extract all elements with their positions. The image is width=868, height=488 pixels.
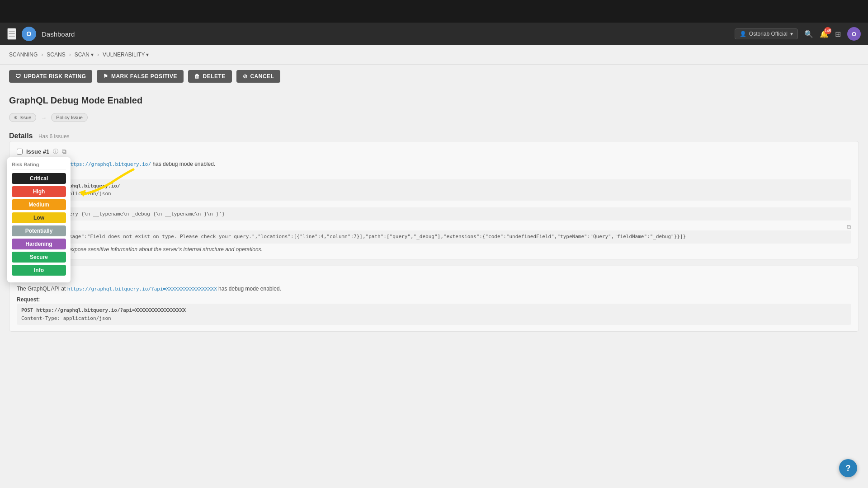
user-name: Ostorlab Official <box>749 31 788 37</box>
issue-1-note: This could potentially expose sensitive … <box>17 246 851 253</box>
issue-2-url: https://graphql.bitquery.io/?api=XXXXXXX… <box>67 286 217 292</box>
breadcrumb: SCANNING › SCANS › SCAN ▾ › VULNERABILIT… <box>0 45 868 65</box>
hamburger-button[interactable]: ☰ <box>7 28 16 40</box>
dropdown-title: Risk Rating <box>12 162 66 169</box>
cancel-icon: ⊘ <box>243 73 248 80</box>
page-title: GraphQL Debug Mode Enabled <box>9 95 859 106</box>
issue-1-request-code: POST https://graphql.bitquery.io/ Conten… <box>17 179 851 201</box>
issue-2-description: The GraphQL API at https://graphql.bitqu… <box>17 285 851 293</box>
issue-2-request-code: POST https://graphql.bitquery.io/?api=XX… <box>17 304 851 325</box>
tag-issue-label: Issue <box>19 115 31 120</box>
shield-icon: 🛡 <box>15 73 21 80</box>
vuln-chevron-icon: ▾ <box>146 52 149 58</box>
issue-2-title-row: Issue #2 ⓘ <box>17 272 851 280</box>
breadcrumb-sep-1: › <box>41 52 43 58</box>
issue-1-help-icon[interactable]: ⓘ <box>53 148 58 155</box>
notifications-button[interactable]: 🔔 145 <box>820 30 829 38</box>
issue-2-block: Issue #2 ⓘ The GraphQL API at https://gr… <box>9 266 859 332</box>
app-title: Dashboard <box>42 30 75 38</box>
chevron-down-icon: ▾ <box>790 31 793 37</box>
issue-2-request-label: Request: <box>17 296 851 303</box>
issue-1-number: Issue #1 <box>26 148 49 155</box>
details-header: Details Has 6 issues <box>9 132 859 140</box>
nav-bar: ☰ O Dashboard 👤 Ostorlab Official ▾ 🔍 🔔 … <box>0 23 868 45</box>
logo: O <box>22 27 36 41</box>
update-risk-rating-button[interactable]: 🛡 UPDATE RISK RATING <box>9 70 92 83</box>
cancel-button[interactable]: ⊘ CANCEL <box>236 70 281 83</box>
tag-issue-icon: ⊗ <box>14 115 18 120</box>
details-section: Details Has 6 issues Issue #1 ⓘ ⧉ The Gr… <box>0 127 868 343</box>
issue-1-description: The GraphQL API at https://graphql.bitqu… <box>17 160 851 169</box>
action-toolbar: 🛡 UPDATE RISK RATING ⚑ MARK FALSE POSITI… <box>0 65 868 88</box>
breadcrumb-scanning[interactable]: SCANNING <box>9 52 38 58</box>
top-bar <box>0 0 868 23</box>
breadcrumb-vulnerability-dropdown[interactable]: VULNERABILITY ▾ <box>103 52 149 58</box>
issue-1-response-text: {"errors":[{"message":"Field does not ex… <box>17 230 851 244</box>
tags-row: ⊗ Issue → Policy Issue <box>0 109 868 127</box>
breadcrumb-scan-dropdown[interactable]: SCAN ▾ <box>75 52 94 58</box>
notification-badge: 145 <box>824 27 831 34</box>
issue-1-query-code: {'query': '\n query {\n __typename\n _de… <box>17 207 851 221</box>
rating-secure-option[interactable]: Secure <box>12 252 66 263</box>
breadcrumb-sep-2: › <box>69 52 71 58</box>
grid-button[interactable]: ⊞ <box>835 30 841 38</box>
rating-low-option[interactable]: Low <box>12 212 66 223</box>
breadcrumb-scans[interactable]: SCANS <box>47 52 65 58</box>
rating-potentially-option[interactable]: Potentially <box>12 225 66 236</box>
delete-button[interactable]: 🗑 DELETE <box>188 70 232 83</box>
issue-1-response-label: Response: <box>17 223 851 230</box>
issues-list: Issue #1 ⓘ ⧉ The GraphQL API at https://… <box>9 141 859 338</box>
bell-wrapper: 🔔 145 <box>820 30 829 38</box>
user-menu-button[interactable]: 👤 Ostorlab Official ▾ <box>735 28 798 39</box>
issue-1-checkbox[interactable] <box>17 149 23 155</box>
risk-rating-dropdown: Risk Rating Critical High Medium Low Pot… <box>7 157 71 282</box>
tag-policy-issue[interactable]: Policy Issue <box>51 113 88 122</box>
issue-1-url: https://graphql.bitquery.io/ <box>67 161 151 167</box>
user-icon: 👤 <box>740 31 746 37</box>
help-button[interactable]: ? <box>839 459 857 477</box>
issue-1-block: Issue #1 ⓘ ⧉ The GraphQL API at https://… <box>9 141 859 259</box>
main-content: SCANNING › SCANS › SCAN ▾ › VULNERABILIT… <box>0 45 868 488</box>
page-title-area: GraphQL Debug Mode Enabled <box>0 88 868 109</box>
tag-issue[interactable]: ⊗ Issue <box>9 113 36 122</box>
tag-arrow: → <box>41 114 47 121</box>
rating-critical-option[interactable]: Critical <box>12 173 66 184</box>
search-button[interactable]: 🔍 <box>804 30 813 38</box>
issue-1-title-row: Issue #1 ⓘ ⧉ <box>17 148 851 155</box>
mark-false-positive-button[interactable]: ⚑ MARK FALSE POSITIVE <box>97 70 184 83</box>
avatar[interactable]: O <box>847 27 861 41</box>
trash-icon: 🗑 <box>194 73 200 80</box>
tag-policy-label: Policy Issue <box>56 115 83 120</box>
flag-icon: ⚑ <box>103 73 108 80</box>
issue-1-response-copy-button[interactable]: ⧉ <box>847 223 851 231</box>
rating-info-option[interactable]: Info <box>12 265 66 276</box>
details-count: Has 6 issues <box>38 133 70 140</box>
issue-1-request-label: Request: <box>17 172 851 178</box>
nav-right: 👤 Ostorlab Official ▾ 🔍 🔔 145 ⊞ O <box>735 27 861 41</box>
issue-1-copy-button[interactable]: ⧉ <box>62 148 66 155</box>
scan-chevron-icon: ▾ <box>91 52 94 58</box>
rating-medium-option[interactable]: Medium <box>12 199 66 210</box>
rating-hardening-option[interactable]: Hardening <box>12 239 66 249</box>
breadcrumb-sep-3: › <box>97 52 99 58</box>
rating-high-option[interactable]: High <box>12 186 66 197</box>
